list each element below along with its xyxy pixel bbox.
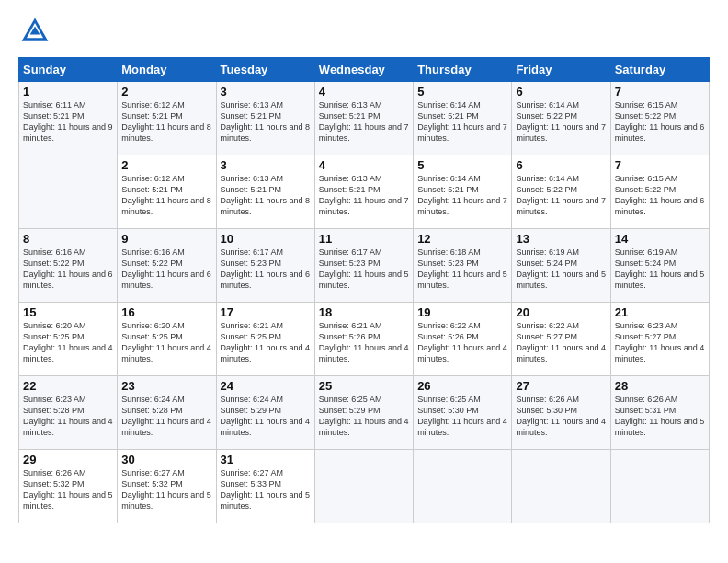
- calendar-cell: 28Sunrise: 6:26 AMSunset: 5:31 PMDayligh…: [610, 376, 709, 450]
- calendar-cell: 14Sunrise: 6:19 AMSunset: 5:24 PMDayligh…: [610, 229, 709, 303]
- day-number: 24: [221, 379, 311, 393]
- day-info: Sunrise: 6:19 AMSunset: 5:24 PMDaylight:…: [516, 247, 606, 292]
- calendar-cell: [610, 450, 709, 523]
- day-number: 27: [516, 379, 606, 393]
- calendar-cell: [314, 450, 413, 523]
- table-row: 22Sunrise: 6:23 AMSunset: 5:28 PMDayligh…: [19, 376, 710, 450]
- day-info: Sunrise: 6:19 AMSunset: 5:24 PMDaylight:…: [615, 247, 705, 292]
- day-number: 23: [121, 379, 211, 393]
- calendar-cell: 23Sunrise: 6:24 AMSunset: 5:28 PMDayligh…: [118, 376, 216, 450]
- day-number: 1: [23, 85, 113, 98]
- logo-icon: [18, 15, 51, 48]
- day-header-row: Sunday Monday Tuesday Wednesday Thursday…: [19, 58, 710, 82]
- calendar-cell: 2Sunrise: 6:12 AMSunset: 5:21 PMDaylight…: [118, 82, 216, 155]
- day-info: Sunrise: 6:27 AMSunset: 5:32 PMDaylight:…: [121, 467, 211, 512]
- calendar-cell: [19, 155, 118, 229]
- day-number: 30: [121, 453, 211, 466]
- day-number: 21: [615, 305, 705, 319]
- col-monday: Monday: [118, 58, 216, 82]
- day-info: Sunrise: 6:21 AMSunset: 5:25 PMDaylight:…: [221, 320, 311, 365]
- calendar-cell: 29Sunrise: 6:26 AMSunset: 5:32 PMDayligh…: [19, 450, 118, 523]
- calendar-cell: 6Sunrise: 6:14 AMSunset: 5:22 PMDaylight…: [512, 155, 610, 229]
- table-row: 29Sunrise: 6:26 AMSunset: 5:32 PMDayligh…: [19, 450, 710, 523]
- calendar-cell: 6Sunrise: 6:14 AMSunset: 5:22 PMDaylight…: [512, 82, 610, 155]
- day-number: 13: [516, 232, 606, 246]
- day-info: Sunrise: 6:23 AMSunset: 5:28 PMDaylight:…: [23, 394, 113, 439]
- day-info: Sunrise: 6:15 AMSunset: 5:22 PMDaylight:…: [615, 173, 705, 218]
- day-number: 2: [121, 85, 211, 98]
- calendar-cell: 31Sunrise: 6:27 AMSunset: 5:33 PMDayligh…: [216, 450, 314, 523]
- day-number: 10: [221, 232, 311, 246]
- calendar-cell: 17Sunrise: 6:21 AMSunset: 5:25 PMDayligh…: [216, 303, 314, 376]
- day-info: Sunrise: 6:27 AMSunset: 5:33 PMDaylight:…: [221, 467, 311, 512]
- day-number: 19: [417, 305, 507, 319]
- day-number: 12: [417, 232, 507, 246]
- calendar-cell: 1Sunrise: 6:11 AMSunset: 5:21 PMDaylight…: [19, 82, 118, 155]
- day-info: Sunrise: 6:16 AMSunset: 5:22 PMDaylight:…: [121, 247, 211, 292]
- day-number: 5: [417, 85, 507, 98]
- day-info: Sunrise: 6:12 AMSunset: 5:21 PMDaylight:…: [121, 99, 211, 144]
- day-number: 14: [615, 232, 705, 246]
- day-info: Sunrise: 6:16 AMSunset: 5:22 PMDaylight:…: [23, 247, 113, 292]
- day-number: 7: [615, 85, 705, 98]
- day-info: Sunrise: 6:12 AMSunset: 5:21 PMDaylight:…: [121, 173, 211, 218]
- day-info: Sunrise: 6:21 AMSunset: 5:26 PMDaylight:…: [319, 320, 409, 365]
- day-number: 7: [615, 158, 705, 172]
- calendar-cell: 12Sunrise: 6:18 AMSunset: 5:23 PMDayligh…: [414, 229, 512, 303]
- day-info: Sunrise: 6:26 AMSunset: 5:30 PMDaylight:…: [516, 394, 606, 439]
- calendar-cell: 15Sunrise: 6:20 AMSunset: 5:25 PMDayligh…: [19, 303, 118, 376]
- calendar-cell: 19Sunrise: 6:22 AMSunset: 5:26 PMDayligh…: [414, 303, 512, 376]
- calendar-cell: 13Sunrise: 6:19 AMSunset: 5:24 PMDayligh…: [512, 229, 610, 303]
- day-number: 6: [516, 85, 606, 98]
- calendar-cell: 5Sunrise: 6:14 AMSunset: 5:21 PMDaylight…: [414, 155, 512, 229]
- day-number: 6: [516, 158, 606, 172]
- day-info: Sunrise: 6:14 AMSunset: 5:22 PMDaylight:…: [516, 99, 606, 144]
- calendar-cell: 7Sunrise: 6:15 AMSunset: 5:22 PMDaylight…: [610, 155, 709, 229]
- calendar-cell: 16Sunrise: 6:20 AMSunset: 5:25 PMDayligh…: [118, 303, 216, 376]
- table-row: 8Sunrise: 6:16 AMSunset: 5:22 PMDaylight…: [19, 229, 710, 303]
- day-number: 5: [417, 158, 507, 172]
- calendar-cell: [512, 450, 610, 523]
- day-info: Sunrise: 6:17 AMSunset: 5:23 PMDaylight:…: [221, 247, 311, 292]
- col-sunday: Sunday: [19, 58, 118, 82]
- calendar-cell: 25Sunrise: 6:25 AMSunset: 5:29 PMDayligh…: [314, 376, 413, 450]
- calendar-cell: 27Sunrise: 6:26 AMSunset: 5:30 PMDayligh…: [512, 376, 610, 450]
- day-number: 2: [121, 158, 211, 172]
- day-info: Sunrise: 6:25 AMSunset: 5:30 PMDaylight:…: [417, 394, 507, 439]
- day-info: Sunrise: 6:20 AMSunset: 5:25 PMDaylight:…: [23, 320, 113, 365]
- calendar-cell: 26Sunrise: 6:25 AMSunset: 5:30 PMDayligh…: [414, 376, 512, 450]
- day-info: Sunrise: 6:20 AMSunset: 5:25 PMDaylight:…: [121, 320, 211, 365]
- day-number: 4: [319, 85, 409, 98]
- calendar-cell: 24Sunrise: 6:24 AMSunset: 5:29 PMDayligh…: [216, 376, 314, 450]
- day-info: Sunrise: 6:23 AMSunset: 5:27 PMDaylight:…: [615, 320, 705, 365]
- calendar-table: Sunday Monday Tuesday Wednesday Thursday…: [18, 57, 710, 523]
- calendar-cell: 21Sunrise: 6:23 AMSunset: 5:27 PMDayligh…: [610, 303, 709, 376]
- day-number: 16: [121, 305, 211, 319]
- day-info: Sunrise: 6:17 AMSunset: 5:23 PMDaylight:…: [319, 247, 409, 292]
- day-info: Sunrise: 6:26 AMSunset: 5:31 PMDaylight:…: [615, 394, 705, 439]
- calendar-header: Sunday Monday Tuesday Wednesday Thursday…: [19, 58, 710, 82]
- day-info: Sunrise: 6:13 AMSunset: 5:21 PMDaylight:…: [319, 99, 409, 144]
- calendar-cell: 4Sunrise: 6:13 AMSunset: 5:21 PMDaylight…: [314, 82, 413, 155]
- day-number: 31: [221, 453, 311, 466]
- calendar-cell: 22Sunrise: 6:23 AMSunset: 5:28 PMDayligh…: [19, 376, 118, 450]
- calendar-cell: [414, 450, 512, 523]
- col-friday: Friday: [512, 58, 610, 82]
- calendar-cell: 11Sunrise: 6:17 AMSunset: 5:23 PMDayligh…: [314, 229, 413, 303]
- day-number: 22: [23, 379, 113, 393]
- day-info: Sunrise: 6:14 AMSunset: 5:21 PMDaylight:…: [417, 173, 507, 218]
- day-info: Sunrise: 6:14 AMSunset: 5:22 PMDaylight:…: [516, 173, 606, 218]
- day-info: Sunrise: 6:11 AMSunset: 5:21 PMDaylight:…: [23, 99, 113, 144]
- calendar-body: 1Sunrise: 6:11 AMSunset: 5:21 PMDaylight…: [19, 82, 710, 523]
- calendar-cell: 10Sunrise: 6:17 AMSunset: 5:23 PMDayligh…: [216, 229, 314, 303]
- day-number: 8: [23, 232, 113, 246]
- day-number: 3: [221, 85, 311, 98]
- day-number: 4: [319, 158, 409, 172]
- calendar-cell: 18Sunrise: 6:21 AMSunset: 5:26 PMDayligh…: [314, 303, 413, 376]
- col-saturday: Saturday: [610, 58, 709, 82]
- day-info: Sunrise: 6:14 AMSunset: 5:21 PMDaylight:…: [417, 99, 507, 144]
- day-info: Sunrise: 6:13 AMSunset: 5:21 PMDaylight:…: [221, 173, 311, 218]
- calendar-cell: 8Sunrise: 6:16 AMSunset: 5:22 PMDaylight…: [19, 229, 118, 303]
- header: [18, 15, 710, 48]
- calendar-cell: 5Sunrise: 6:14 AMSunset: 5:21 PMDaylight…: [414, 82, 512, 155]
